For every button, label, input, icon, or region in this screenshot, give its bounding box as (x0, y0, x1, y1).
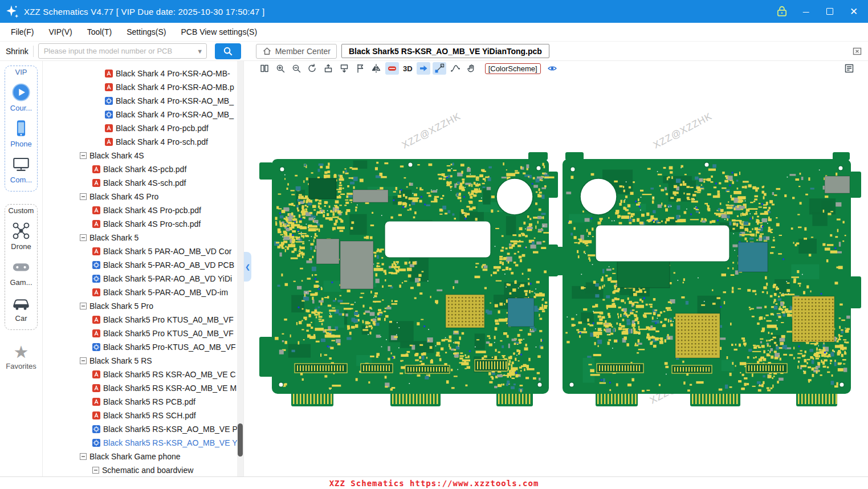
tree-item[interactable]: Black Shark5 RS SCH.pdf (43, 409, 243, 422)
tree-item[interactable]: Black Shark 4S-sch.pdf (43, 176, 243, 190)
board-top-icon[interactable] (321, 62, 335, 75)
tree-item[interactable]: Black Shark 4S-pcb.pdf (43, 162, 243, 176)
tree-item-label: Black Shark5 Pro-KTUS_AO_MB_VF (103, 343, 236, 352)
sidebar-item-gam[interactable]: Gam... (10, 257, 32, 287)
tree-scrollbar[interactable] (237, 61, 243, 476)
flip-horizontal-icon[interactable] (369, 62, 383, 75)
sidebar-item-car[interactable]: Car (11, 293, 31, 323)
diode-mode-icon[interactable] (385, 62, 399, 75)
tree-item[interactable]: Black Shark 5 Pro (43, 299, 243, 313)
tree-item-label: Black Shark 5 PAR-AO_MB_VD Cor (103, 247, 231, 256)
board-bottom-icon[interactable] (337, 62, 351, 75)
tree-item[interactable]: Black Shark 5-PAR-AO_AB_VD PCB (43, 258, 243, 272)
member-center-button[interactable]: Member Center (256, 44, 337, 59)
curve-icon[interactable] (449, 62, 462, 75)
sidebar-item-favorites[interactable]: ★Favorites (6, 344, 36, 370)
panel-splitter[interactable]: ❮ (244, 61, 255, 476)
tree-item[interactable]: Black Shark 4 Pro-KSR-AO-MB.p (43, 80, 243, 94)
tree-item[interactable]: Black Shark5 RS-KSR_AO_MB_VE P (43, 422, 243, 436)
tree-item[interactable]: Black Shark5 Pro KTUS_A0_MB_VF (43, 327, 243, 340)
tree-item[interactable]: Black Shark 5-PAR-AO_AB_VD YiDi (43, 272, 243, 286)
sidebar-item-drone[interactable]: Drone (11, 221, 31, 251)
tree-item[interactable]: Black Shark5 Pro KTUS_A0_MB_VF (43, 313, 243, 327)
pdf-icon (92, 384, 100, 392)
tree-item[interactable]: Black Shark 5 RS (43, 354, 243, 368)
menu-bar: File(F)VIP(V)Tool(T)Settings(S)PCB View … (0, 23, 868, 42)
tree-item[interactable]: Black Shark 4S Pro-sch.pdf (43, 217, 243, 231)
zoom-out-icon[interactable] (290, 62, 303, 75)
shrink-button[interactable]: Shrink (6, 47, 28, 56)
status-link[interactable]: XZZ Schematics https://www.xzztools.com (329, 479, 539, 488)
zoom-in-icon[interactable] (274, 62, 287, 75)
eye-icon[interactable] (545, 62, 559, 75)
tree-item[interactable]: Black Shark 4 Pro-sch.pdf (43, 135, 243, 149)
flag-icon[interactable] (353, 62, 367, 75)
layers-panel-icon[interactable] (842, 62, 856, 75)
tree-item[interactable]: Black Shark 5 (43, 231, 243, 244)
close-tab-icon[interactable] (852, 46, 862, 56)
collapse-icon[interactable] (80, 453, 87, 460)
tree-item[interactable]: Black Shark 5-PAR-AO_MB_VD-im (43, 286, 243, 299)
collapse-icon[interactable] (80, 234, 87, 241)
tree-item[interactable]: Black Shark 4S Pro-pcb.pdf (43, 203, 243, 217)
minimize-button[interactable]: ─ (796, 3, 816, 20)
license-lock-icon[interactable] (772, 3, 792, 20)
boardview-icon (92, 275, 100, 283)
collapse-icon[interactable] (80, 152, 87, 159)
dropdown-arrow-icon[interactable]: ▼ (194, 48, 206, 55)
tree-item[interactable]: Black Shark5 RS KSR-AO_MB_VE C (43, 368, 243, 381)
tree-item[interactable]: Black Shark5 RS KSR-AO_MB_VE M (43, 381, 243, 395)
tree-item-label: Black Shark 5 Pro (89, 301, 153, 311)
tree-item[interactable]: Black Shark 4 Pro-pcb.pdf (43, 121, 243, 135)
tree-item-label: Black Shark 4S-pcb.pdf (103, 165, 186, 174)
tree-item-label: Black Shark 4S Pro-pcb.pdf (103, 206, 201, 215)
maximize-button[interactable] (820, 3, 840, 20)
tree-item-label: Black Shark 4 Pro-KSR-AO-MB- (116, 69, 230, 78)
tree-item-label: Black Shark 5-PAR-AO_MB_VD-im (103, 288, 228, 297)
boardview-icon (92, 425, 100, 433)
colorscheme-button[interactable]: [ColorScheme] (485, 63, 541, 74)
rotate-icon[interactable] (305, 62, 319, 75)
search-button[interactable] (215, 43, 241, 59)
search-input[interactable] (44, 47, 194, 55)
tree-item[interactable]: Black Shark 4S Pro (43, 190, 243, 203)
grab-icon[interactable] (464, 62, 478, 75)
collapse-icon[interactable] (80, 303, 87, 309)
menu-item-settings[interactable]: Settings(S) (119, 23, 173, 41)
close-button[interactable]: ✕ (844, 3, 863, 20)
tree-item[interactable]: Black Shark Game phone (43, 450, 243, 463)
menu-item-pcb-view-settings[interactable]: PCB View settings(S) (173, 23, 264, 41)
measure-icon[interactable] (433, 62, 446, 75)
tab-pcb-file[interactable]: Black Shark5 RS-KSR_AO_MB_VE YiDianTong.… (341, 44, 549, 58)
sidebar-item-phone[interactable]: Phone (10, 119, 32, 148)
tree-item[interactable]: Black Shark5 RS PCB.pdf (43, 395, 243, 409)
split-view-icon[interactable] (258, 62, 271, 75)
tree-item[interactable]: Black Shark5 RS-KSR_AO_MB_VE Y (43, 436, 243, 450)
menu-item-vip[interactable]: VIP(V) (41, 23, 79, 41)
pcb-canvas[interactable]: XZZ@XZZHKXZZ@XZZHKXZZ@XZZHKXZZ@XZZHK (255, 76, 868, 476)
menu-item-file[interactable]: File(F) (3, 23, 41, 41)
tree-item[interactable]: Black Shark 4 Pro-KSR-AO-MB- (43, 67, 243, 80)
tree-scrollbar-thumb[interactable] (238, 423, 243, 457)
3d-toggle[interactable]: 3D (401, 64, 414, 73)
sidebar-item-cour[interactable]: Cour... (10, 83, 32, 112)
main-area: VIPCour...PhoneCom...CustomDroneGam...Ca… (0, 61, 868, 476)
pdf-icon (92, 398, 100, 406)
tree-item[interactable]: Black Shark 5 PAR-AO_MB_VD Cor (43, 244, 243, 258)
tree-item[interactable]: Black Shark 4S (43, 149, 243, 162)
collapse-icon[interactable] (92, 467, 99, 474)
menu-item-tool[interactable]: Tool(T) (80, 23, 120, 41)
blue-arrow-icon[interactable] (417, 62, 430, 75)
collapse-icon[interactable] (80, 357, 87, 364)
tree-item-label: Black Shark5 Pro KTUS_A0_MB_VF (103, 329, 234, 338)
sidebar-item-com[interactable]: Com... (10, 154, 32, 184)
tree-item[interactable]: Black Shark 4 Pro-KSR-AO_MB_ (43, 108, 243, 121)
pcb-board-image[interactable]: XZZ@XZZHKXZZ@XZZHKXZZ@XZZHKXZZ@XZZHK (255, 76, 868, 476)
tree-item[interactable]: Schematic and boardview (43, 463, 243, 476)
tree-item[interactable]: Black Shark5 Pro-KTUS_AO_MB_VF (43, 340, 243, 354)
boardview-icon (105, 97, 113, 105)
collapse-icon[interactable] (80, 193, 87, 200)
tree-item[interactable]: Black Shark 4 Pro-KSR-AO_MB_ (43, 94, 243, 108)
collapse-panel-handle[interactable]: ❮ (244, 252, 251, 282)
tree-item-label: Black Shark5 RS KSR-AO_MB_VE C (103, 370, 236, 379)
